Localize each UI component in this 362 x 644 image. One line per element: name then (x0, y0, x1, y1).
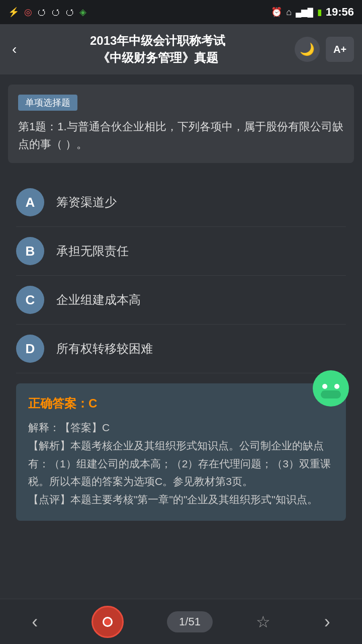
answer-explanation: 解释：【答案】C 【解析】本题考核企业及其组织形式知识点。公司制企业的缺点有：（… (28, 419, 334, 508)
android-mascot (311, 368, 351, 409)
font-size-button[interactable]: A+ (326, 37, 354, 62)
share3-icon: ⭯ (65, 7, 74, 18)
record-inner (103, 617, 113, 627)
page-title: 2013年中级会计职称考试 《中级财务管理》真题 (21, 32, 295, 66)
usb-icon: ⚡ (8, 7, 19, 18)
option-d-circle: D (16, 335, 44, 363)
answer-section: 正确答案：C 解释：【答案】C 【解析】本题考核企业及其组织形式知识点。公司制企… (16, 383, 346, 520)
page-indicator: 1/51 (179, 615, 201, 628)
option-a-text: 筹资渠道少 (56, 193, 117, 211)
night-mode-button[interactable]: 🌙 (295, 37, 320, 62)
question-text: 第1题：1.与普通合伙企业相比，下列各项中，属于股份有限公司缺点的事（ ）。 (18, 118, 344, 153)
status-icons-right: ⏰ ⌂ ▄▆█ ▮ 19:56 (271, 6, 354, 19)
battery-icon: ▮ (317, 8, 322, 17)
status-icons-left: ⚡ ◎ ⭯ ⭯ ⭯ ◈ (8, 7, 86, 18)
status-bar: ⚡ ◎ ⭯ ⭯ ⭯ ◈ ⏰ ⌂ ▄▆█ ▮ 19:56 (0, 0, 362, 24)
svg-point-2 (334, 384, 339, 389)
share2-icon: ⭯ (51, 7, 60, 18)
title-line2: 《中级财务管理》真题 (21, 49, 295, 66)
options-list: A 筹资渠道少 B 承担无限责任 C 企业组建成本高 D 所有权转移较困难 (8, 178, 354, 373)
option-a-circle: A (16, 188, 44, 216)
moon-icon: 🌙 (300, 42, 315, 56)
back-button[interactable]: ‹ (8, 37, 21, 61)
option-d-text: 所有权转移较困难 (56, 340, 153, 358)
alarm-icon: ⏰ (271, 7, 282, 18)
bookmark-button[interactable]: ☆ (256, 612, 270, 631)
option-d[interactable]: D 所有权转移较困难 (16, 325, 346, 373)
option-a[interactable]: A 筹资渠道少 (16, 178, 346, 227)
home-icon: ⌂ (286, 7, 292, 18)
record-button[interactable] (92, 606, 124, 638)
bottom-navigation: ‹ 1/51 ☆ › (0, 599, 362, 644)
option-c-text: 企业组建成本高 (56, 291, 141, 309)
header: ‹ 2013年中级会计职称考试 《中级财务管理》真题 🌙 A+ (0, 24, 362, 74)
svg-rect-4 (318, 383, 322, 393)
option-c[interactable]: C 企业组建成本高 (16, 276, 346, 325)
prism-icon: ◈ (79, 7, 86, 18)
svg-point-1 (322, 384, 327, 389)
option-c-circle: C (16, 286, 44, 314)
main-content: 单项选择题 第1题：1.与普通合伙企业相比，下列各项中，属于股份有限公司缺点的事… (0, 74, 362, 541)
question-card: 单项选择题 第1题：1.与普通合伙企业相比，下列各项中，属于股份有限公司缺点的事… (8, 85, 354, 163)
font-size-label: A+ (333, 44, 346, 55)
option-b[interactable]: B 承担无限责任 (16, 227, 346, 276)
svg-rect-5 (340, 383, 344, 393)
option-b-text: 承担无限责任 (56, 242, 129, 260)
page-indicator-container: 1/51 (167, 611, 213, 632)
signal-icon: ▄▆█ (296, 8, 313, 17)
option-b-circle: B (16, 237, 44, 265)
header-actions: 🌙 A+ (295, 37, 354, 62)
next-button[interactable]: › (314, 606, 340, 637)
question-type-badge: 单项选择题 (18, 95, 77, 111)
share-icon: ⭯ (37, 7, 46, 18)
page-bubble: 1/51 (167, 611, 213, 632)
prev-button[interactable]: ‹ (22, 606, 48, 637)
time-display: 19:56 (326, 6, 354, 19)
svg-rect-3 (321, 390, 341, 398)
color-wheel-icon: ◎ (24, 7, 32, 18)
correct-answer: 正确答案：C (28, 395, 334, 412)
title-line1: 2013年中级会计职称考试 (21, 32, 295, 49)
